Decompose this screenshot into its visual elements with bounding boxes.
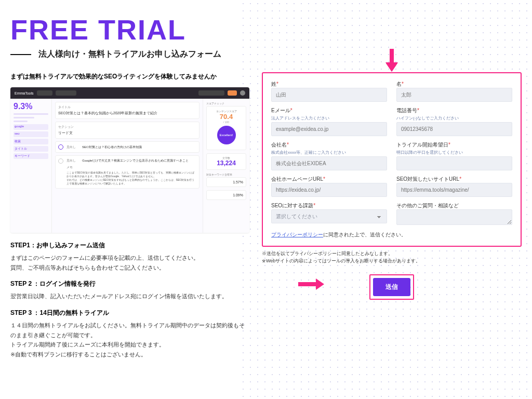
select-issue[interactable]: 選択してください — [271, 209, 387, 223]
screenshot-right: スコアチェック コンテンツスコア 70.4 / 100 Excellent! 文… — [203, 99, 249, 233]
screenshot-sidebar: 9.3% google seo 検索 タイトル キーワード — [10, 99, 52, 233]
label-startdate: トライアル開始希望日* — [396, 141, 512, 149]
label-company: 会社名* — [271, 141, 387, 149]
form-notes: ※送信を以てプライバシーポリシーに同意したとみなします。 ※Webサイトの内容に… — [262, 250, 522, 265]
input-companyurl[interactable] — [271, 183, 387, 197]
input-lastname[interactable] — [271, 88, 387, 102]
input-company[interactable] — [271, 156, 387, 170]
label-siteurl: SEO対策したいサイトURL* — [396, 176, 512, 183]
hint-startdate: 明日以降の平日を選択してください — [396, 150, 512, 155]
step-3: STEP 3 ：14日間の無料トライアル １４日間の無料トライアルをお試しくださ… — [10, 309, 249, 360]
radio-icon — [58, 158, 63, 164]
hint-email: 法人アドレスをご入力ください — [271, 115, 387, 121]
field-companyurl: 会社ホームページURL* — [271, 176, 387, 197]
tool-screenshot: EmmaTools 9.3% google seo 検索 タイトル — [10, 87, 249, 233]
sidebar-kw-list: google seo 検索 タイトル キーワード — [14, 124, 48, 159]
label-phone: 電話番号* — [396, 107, 512, 114]
svg-rect-0 — [298, 282, 316, 286]
input-email[interactable] — [271, 122, 387, 136]
label-issue: SEOに対する課題* — [271, 202, 387, 209]
label-other: その他のご質問・相談など — [396, 202, 512, 209]
lead-text: まずは無料トライアルで効果的なSEOライティングを体験してみませんか — [10, 72, 249, 81]
step-title: STEP1：お申し込みフォーム送信 — [10, 241, 249, 250]
step-title: STEP 2 ：ログイン情報を発行 — [10, 280, 249, 288]
radio-icon — [58, 144, 63, 150]
field-company: 会社名* 株式会社xxxx等、正確にご入力ください — [271, 141, 387, 170]
textarea-other[interactable] — [396, 209, 512, 225]
arrow-down-icon — [385, 49, 398, 72]
label-firstname: 名* — [396, 81, 512, 88]
tool-name: EmmaTools — [15, 91, 34, 95]
page-subtitle: 法人様向け・無料トライアルお申し込みフォーム — [10, 49, 522, 60]
subtitle-text: 法人様向け・無料トライアルお申し込みフォーム — [38, 49, 221, 60]
page-title: FREE TRIAL — [10, 16, 522, 44]
step-body: 翌営業日以降、記入いただいたメールアドレス宛にログイン情報を送信いたします。 — [10, 291, 249, 301]
field-other: その他のご質問・相談など — [396, 202, 512, 226]
submit-button[interactable]: 送信 — [373, 278, 410, 296]
screenshot-main: タイトル SEO対策とは？基本的な知識から2020年最新の施策まで紹介 セクショ… — [52, 99, 203, 233]
screenshot-header: EmmaTools — [10, 87, 249, 99]
step-1: STEP1：お申し込みフォーム送信 まずはこのページのフォームに必要事項を記載の… — [10, 241, 249, 272]
field-siteurl: SEO対策したいサイトURL* — [396, 176, 512, 197]
input-startdate[interactable] — [396, 156, 512, 170]
step-body: １４日間の無料トライアルをお試しください。無料トライアル期間中のデータは契約後も… — [10, 321, 249, 360]
hint-phone: ハイフン(-)なしでご入力ください — [396, 115, 512, 121]
excellent-badge: Excellent! — [217, 126, 236, 144]
score-percent: 9.3% — [14, 102, 48, 111]
privacy-link[interactable]: プライバシーポリシー — [271, 232, 323, 237]
trial-form: 姓* 名* Eメール* 法人アドレスをご入力ください 電話番号* ハ — [262, 72, 522, 247]
step-title: STEP 3 ：14日間の無料トライアル — [10, 309, 249, 317]
hint-company: 株式会社xxxx等、正確にご入力ください — [271, 150, 387, 155]
label-email: Eメール* — [271, 107, 387, 114]
step-body: まずはこのページのフォームに必要事項を記載の上、送信してください。 質問、ご不明… — [10, 253, 249, 272]
input-phone[interactable] — [396, 122, 512, 136]
field-lastname: 姓* — [271, 81, 387, 102]
input-firstname[interactable] — [396, 88, 512, 102]
field-email: Eメール* 法人アドレスをご入力ください — [271, 107, 387, 136]
field-firstname: 名* — [396, 81, 512, 102]
field-startdate: トライアル開始希望日* 明日以降の平日を選択してください — [396, 141, 512, 170]
privacy-row: プライバシーポリシーに同意された上で、送信ください。 — [271, 231, 512, 238]
label-lastname: 姓* — [271, 81, 387, 88]
field-phone: 電話番号* ハイフン(-)なしでご入力ください — [396, 107, 512, 136]
label-companyurl: 会社ホームページURL* — [271, 176, 387, 183]
submit-highlight: 送信 — [369, 274, 414, 300]
input-siteurl[interactable] — [396, 183, 512, 197]
field-issue: SEOに対する課題* 選択してください — [271, 202, 387, 226]
subtitle-divider — [10, 54, 31, 55]
step-2: STEP 2 ：ログイン情報を発行 翌営業日以降、記入いただいたメールアドレス宛… — [10, 280, 249, 301]
arrow-right-icon — [298, 278, 324, 290]
